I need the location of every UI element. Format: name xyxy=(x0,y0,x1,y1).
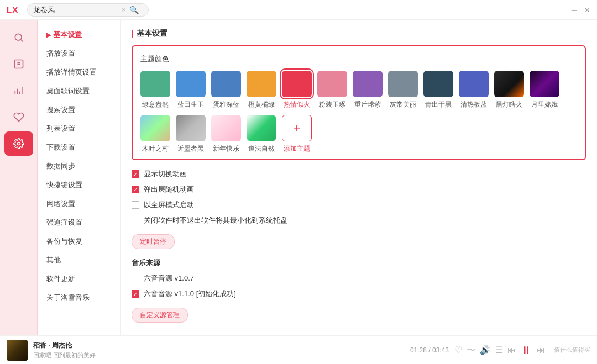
nav-item-download[interactable]: 下载设置 xyxy=(38,138,120,157)
theme-item-dao[interactable]: 道法自然 xyxy=(247,115,276,154)
theme-item-purple[interactable]: 重斤球紫 xyxy=(353,71,383,109)
theme-box: 主题颜色 绿意盎然 蓝田生玉 蛋雅深蓝 橙黄橘绿 xyxy=(132,45,586,160)
nav-item-list[interactable]: 列表设置 xyxy=(38,119,120,138)
theme-item-ink[interactable]: 近墨者黑 xyxy=(176,115,206,154)
search-bar[interactable]: × 🔍 xyxy=(27,3,149,17)
music-source-label-2: 六音音源 v1.1.0 [初始化成功] xyxy=(144,289,236,299)
sidebar-item-settings[interactable] xyxy=(4,131,33,156)
timer-button[interactable]: 定时暂停 xyxy=(132,234,175,249)
theme-item-village[interactable]: 木叶之村 xyxy=(140,115,170,154)
theme-item-moon[interactable]: 月里嫦娥 xyxy=(530,71,559,109)
player-time: 01:28 / 03:43 xyxy=(410,346,449,354)
sidebar-item-search[interactable] xyxy=(4,25,33,50)
waveform-button[interactable]: 〜 xyxy=(467,346,475,355)
nav-section-basic[interactable]: ▶ 基本设置 xyxy=(38,25,120,44)
player-song: 稻香 · 周杰伦 xyxy=(33,341,96,350)
nav-item-backup[interactable]: 备份与恢复 xyxy=(38,232,120,251)
nav-item-other[interactable]: 其他 xyxy=(38,251,120,270)
theme-swatch-moon[interactable] xyxy=(530,71,559,97)
theme-item-blue2[interactable]: 蛋雅深蓝 xyxy=(211,71,241,109)
theme-swatch-red[interactable] xyxy=(282,71,312,97)
close-button[interactable]: ✕ xyxy=(584,7,590,14)
custom-source-button[interactable]: 自定义源管理 xyxy=(132,308,188,323)
theme-swatch-blue1[interactable] xyxy=(176,71,206,97)
nav-item-sync[interactable]: 数据同步 xyxy=(38,157,120,176)
nav-item-search[interactable]: 搜索设置 xyxy=(38,101,120,119)
checkbox-fullscreen[interactable] xyxy=(132,201,139,209)
left-nav: ▶ 基本设置 播放设置 播放详情页设置 桌面歌词设置 搜索设置 列表设置 下载设… xyxy=(38,20,121,335)
theme-swatch-orange[interactable] xyxy=(247,71,276,97)
checkbox-row-minimize: 关闭软件时不退出软件将其最小化到系统托盘 xyxy=(132,215,586,225)
checkbox-label-popup-animation: 弹出层随机动画 xyxy=(144,184,194,194)
checkbox-source-1[interactable] xyxy=(132,275,139,282)
checkbox-animation[interactable] xyxy=(132,170,139,178)
theme-name-add: 添加主题 xyxy=(284,144,310,154)
music-source-row-1: 六音音源 v1.0.7 xyxy=(132,273,586,283)
nav-item-shortcuts[interactable]: 快捷键设置 xyxy=(38,176,120,194)
theme-swatch-village[interactable] xyxy=(140,115,170,141)
search-input[interactable] xyxy=(33,6,122,14)
music-source-row-2: 六音音源 v1.1.0 [初始化成功] xyxy=(132,289,586,299)
theme-swatch-blue2[interactable] xyxy=(211,71,241,97)
nav-item-ocd[interactable]: 强迫症设置 xyxy=(38,213,120,232)
theme-label: 主题颜色 xyxy=(140,54,577,64)
theme-name-indigo: 清热板蓝 xyxy=(460,100,487,109)
theme-item-blue1[interactable]: 蓝田生玉 xyxy=(176,71,206,109)
volume-button[interactable]: 🔊 xyxy=(480,346,491,355)
theme-swatch-purple[interactable] xyxy=(353,71,383,97)
sidebar-item-charts[interactable] xyxy=(4,78,33,103)
play-button[interactable]: ⏸ xyxy=(521,345,532,356)
theme-swatch-pink[interactable] xyxy=(317,71,347,97)
theme-swatch-newyear[interactable] xyxy=(211,115,241,141)
checkbox-source-2[interactable] xyxy=(132,290,139,298)
svg-point-0 xyxy=(15,34,22,40)
theme-name-orange: 橙黄橘绿 xyxy=(248,100,275,109)
sidebar-item-library[interactable] xyxy=(4,52,33,76)
nav-item-update[interactable]: 软件更新 xyxy=(38,270,120,288)
nav-item-about[interactable]: 关于洛雪音乐 xyxy=(38,288,120,307)
theme-swatch-indigo[interactable] xyxy=(459,71,489,97)
clear-search-button[interactable]: × xyxy=(122,6,126,14)
theme-item-red[interactable]: 热情似火 xyxy=(282,71,312,109)
theme-item-green[interactable]: 绿意盎然 xyxy=(140,71,170,109)
checkbox-minimize[interactable] xyxy=(132,217,139,224)
theme-item-orange[interactable]: 橙黄橘绿 xyxy=(247,71,276,109)
theme-grid: 绿意盎然 蓝田生玉 蛋雅深蓝 橙黄橘绿 热情似火 xyxy=(140,71,577,154)
theme-item-indigo[interactable]: 清热板蓝 xyxy=(459,71,489,109)
theme-item-darklamp[interactable]: 黑灯瞎火 xyxy=(494,71,524,109)
theme-swatch-darkblue[interactable] xyxy=(423,71,453,97)
theme-swatch-gray[interactable] xyxy=(388,71,418,97)
theme-item-gray[interactable]: 灰常美丽 xyxy=(388,71,418,109)
like-button[interactable]: ♡ xyxy=(454,346,462,355)
theme-swatch-dao[interactable] xyxy=(247,115,276,141)
minimize-button[interactable]: ─ xyxy=(572,7,577,14)
nav-item-playback-detail[interactable]: 播放详情页设置 xyxy=(38,63,120,82)
theme-name-moon: 月里嫦娥 xyxy=(531,100,558,109)
theme-item-pink[interactable]: 粉装玉琢 xyxy=(317,71,347,109)
theme-item-add[interactable]: + 添加主题 xyxy=(282,115,312,154)
theme-name-blue1: 蓝田生玉 xyxy=(177,100,204,109)
music-source-title: 音乐来源 xyxy=(132,258,586,268)
theme-swatch-green[interactable] xyxy=(140,71,170,97)
playlist-button[interactable]: ☰ xyxy=(495,346,503,355)
theme-swatch-ink[interactable] xyxy=(176,115,206,141)
prev-button[interactable]: ⏮ xyxy=(507,346,516,355)
theme-item-newyear[interactable]: 新年快乐 xyxy=(211,115,241,154)
player-info: 稻香 · 周杰伦 回家吧 回到最初的美好 xyxy=(33,341,96,360)
theme-item-darkblue[interactable]: 青出于黑 xyxy=(423,71,453,109)
next-button[interactable]: ⏭ xyxy=(536,346,545,355)
nav-item-lyrics[interactable]: 桌面歌词设置 xyxy=(38,82,120,101)
theme-swatch-darklamp[interactable] xyxy=(494,71,524,97)
app-logo: LX xyxy=(7,5,18,14)
svg-point-9 xyxy=(17,143,20,145)
theme-name-dao: 道法自然 xyxy=(248,144,275,154)
nav-item-playback[interactable]: 播放设置 xyxy=(38,44,120,63)
sidebar-item-favorites[interactable] xyxy=(4,105,33,129)
search-icon[interactable]: 🔍 xyxy=(129,6,139,14)
music-source-label-1: 六音音源 v1.0.7 xyxy=(144,273,194,283)
add-theme-button[interactable]: + xyxy=(282,115,312,141)
checkbox-popup-animation[interactable] xyxy=(132,186,139,193)
nav-item-network[interactable]: 网络设置 xyxy=(38,194,120,213)
titlebar: LX × 🔍 ─ ✕ xyxy=(0,0,597,20)
content-area: 基本设置 主题颜色 绿意盎然 蓝田生玉 蛋雅深蓝 橙黄橘 xyxy=(121,20,597,335)
